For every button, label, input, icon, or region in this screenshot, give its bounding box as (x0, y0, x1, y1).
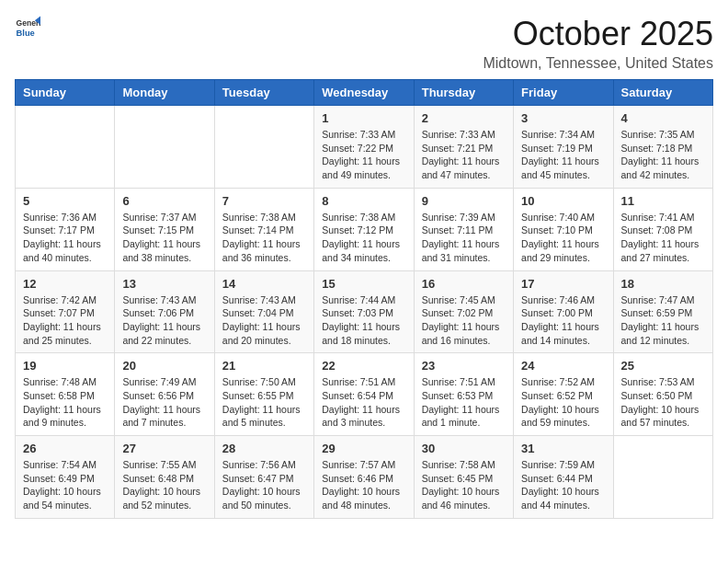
calendar-cell: 14Sunrise: 7:43 AMSunset: 7:04 PMDayligh… (214, 270, 313, 353)
day-info: Sunrise: 7:58 AMSunset: 6:45 PMDaylight:… (422, 458, 506, 512)
calendar-cell: 26Sunrise: 7:54 AMSunset: 6:49 PMDayligh… (16, 436, 115, 519)
month-title: October 2025 (483, 15, 713, 53)
calendar-cell: 16Sunrise: 7:45 AMSunset: 7:02 PMDayligh… (414, 270, 513, 353)
day-info: Sunrise: 7:48 AMSunset: 6:58 PMDaylight:… (23, 375, 107, 430)
day-info: Sunrise: 7:39 AMSunset: 7:11 PMDaylight:… (422, 211, 506, 265)
svg-text:Blue: Blue (17, 29, 35, 38)
header-friday: Friday (514, 80, 613, 106)
calendar-table: Sunday Monday Tuesday Wednesday Thursday… (15, 79, 713, 519)
day-info: Sunrise: 7:45 AMSunset: 7:02 PMDaylight:… (422, 293, 506, 348)
weekday-row: Sunday Monday Tuesday Wednesday Thursday… (16, 80, 713, 106)
calendar-cell: 18Sunrise: 7:47 AMSunset: 6:59 PMDayligh… (613, 270, 712, 353)
day-number: 20 (122, 359, 206, 373)
day-number: 2 (422, 111, 506, 125)
header-monday: Monday (115, 80, 214, 106)
day-number: 22 (322, 359, 405, 373)
day-info: Sunrise: 7:40 AMSunset: 7:10 PMDaylight:… (521, 211, 605, 265)
calendar-cell: 28Sunrise: 7:56 AMSunset: 6:47 PMDayligh… (214, 436, 313, 519)
calendar-week-1: 1Sunrise: 7:33 AMSunset: 7:22 PMDaylight… (16, 106, 713, 189)
day-info: Sunrise: 7:47 AMSunset: 6:59 PMDaylight:… (621, 293, 705, 348)
day-number: 30 (422, 442, 506, 455)
day-info: Sunrise: 7:41 AMSunset: 7:08 PMDaylight:… (621, 211, 705, 265)
calendar-cell: 10Sunrise: 7:40 AMSunset: 7:10 PMDayligh… (514, 188, 613, 270)
day-info: Sunrise: 7:53 AMSunset: 6:50 PMDaylight:… (621, 375, 705, 430)
header-saturday: Saturday (613, 80, 712, 106)
day-number: 31 (521, 442, 605, 455)
page-header: General Blue October 2025 Midtown, Tenne… (15, 15, 713, 72)
calendar-cell: 19Sunrise: 7:48 AMSunset: 6:58 PMDayligh… (16, 353, 115, 436)
day-number: 14 (222, 277, 306, 291)
calendar-week-5: 26Sunrise: 7:54 AMSunset: 6:49 PMDayligh… (16, 436, 713, 519)
day-number: 25 (621, 359, 705, 373)
day-number: 29 (322, 442, 405, 455)
location: Midtown, Tennessee, United States (483, 55, 713, 72)
calendar-cell (16, 106, 115, 189)
day-info: Sunrise: 7:34 AMSunset: 7:19 PMDaylight:… (521, 128, 605, 182)
day-info: Sunrise: 7:49 AMSunset: 6:56 PMDaylight:… (122, 375, 206, 430)
day-number: 9 (422, 194, 506, 208)
calendar-cell (115, 106, 214, 189)
day-info: Sunrise: 7:33 AMSunset: 7:21 PMDaylight:… (422, 128, 506, 182)
day-info: Sunrise: 7:56 AMSunset: 6:47 PMDaylight:… (222, 458, 306, 512)
day-number: 16 (422, 277, 506, 291)
day-info: Sunrise: 7:57 AMSunset: 6:46 PMDaylight:… (322, 458, 405, 512)
calendar-cell: 29Sunrise: 7:57 AMSunset: 6:46 PMDayligh… (314, 436, 414, 519)
title-block: October 2025 Midtown, Tennessee, United … (483, 15, 713, 72)
day-info: Sunrise: 7:50 AMSunset: 6:55 PMDaylight:… (222, 375, 306, 430)
calendar-cell: 22Sunrise: 7:51 AMSunset: 6:54 PMDayligh… (314, 353, 414, 436)
calendar-cell: 5Sunrise: 7:36 AMSunset: 7:17 PMDaylight… (16, 188, 115, 270)
calendar-header: Sunday Monday Tuesday Wednesday Thursday… (16, 80, 713, 106)
day-number: 28 (222, 442, 306, 455)
header-tuesday: Tuesday (214, 80, 313, 106)
calendar-body: 1Sunrise: 7:33 AMSunset: 7:22 PMDaylight… (16, 106, 713, 519)
day-number: 12 (23, 277, 107, 291)
calendar-cell: 31Sunrise: 7:59 AMSunset: 6:44 PMDayligh… (514, 436, 613, 519)
calendar-cell: 27Sunrise: 7:55 AMSunset: 6:48 PMDayligh… (115, 436, 214, 519)
calendar-cell: 23Sunrise: 7:51 AMSunset: 6:53 PMDayligh… (414, 353, 513, 436)
day-number: 13 (122, 277, 206, 291)
day-info: Sunrise: 7:38 AMSunset: 7:12 PMDaylight:… (322, 211, 405, 265)
calendar-cell: 15Sunrise: 7:44 AMSunset: 7:03 PMDayligh… (314, 270, 414, 353)
calendar-cell: 9Sunrise: 7:39 AMSunset: 7:11 PMDaylight… (414, 188, 513, 270)
calendar-cell: 12Sunrise: 7:42 AMSunset: 7:07 PMDayligh… (16, 270, 115, 353)
calendar-cell: 1Sunrise: 7:33 AMSunset: 7:22 PMDaylight… (314, 106, 414, 189)
calendar-cell: 4Sunrise: 7:35 AMSunset: 7:18 PMDaylight… (613, 106, 712, 189)
day-info: Sunrise: 7:54 AMSunset: 6:49 PMDaylight:… (23, 458, 107, 512)
logo: General Blue (15, 15, 40, 40)
day-number: 11 (621, 194, 705, 208)
calendar-cell: 7Sunrise: 7:38 AMSunset: 7:14 PMDaylight… (214, 188, 313, 270)
day-info: Sunrise: 7:51 AMSunset: 6:53 PMDaylight:… (422, 375, 506, 430)
day-number: 5 (23, 194, 107, 208)
calendar-week-2: 5Sunrise: 7:36 AMSunset: 7:17 PMDaylight… (16, 188, 713, 270)
day-info: Sunrise: 7:33 AMSunset: 7:22 PMDaylight:… (322, 128, 405, 182)
calendar-cell (613, 436, 712, 519)
day-number: 7 (222, 194, 306, 208)
day-info: Sunrise: 7:36 AMSunset: 7:17 PMDaylight:… (23, 211, 107, 265)
day-info: Sunrise: 7:52 AMSunset: 6:52 PMDaylight:… (521, 375, 605, 430)
day-number: 24 (521, 359, 605, 373)
header-thursday: Thursday (414, 80, 513, 106)
day-number: 26 (23, 442, 107, 455)
day-number: 1 (322, 111, 405, 125)
calendar-cell: 24Sunrise: 7:52 AMSunset: 6:52 PMDayligh… (514, 353, 613, 436)
calendar-cell: 17Sunrise: 7:46 AMSunset: 7:00 PMDayligh… (514, 270, 613, 353)
calendar-cell: 11Sunrise: 7:41 AMSunset: 7:08 PMDayligh… (613, 188, 712, 270)
day-number: 8 (322, 194, 405, 208)
day-info: Sunrise: 7:59 AMSunset: 6:44 PMDaylight:… (521, 458, 605, 512)
calendar-week-3: 12Sunrise: 7:42 AMSunset: 7:07 PMDayligh… (16, 270, 713, 353)
calendar-cell: 21Sunrise: 7:50 AMSunset: 6:55 PMDayligh… (214, 353, 313, 436)
calendar-cell: 2Sunrise: 7:33 AMSunset: 7:21 PMDaylight… (414, 106, 513, 189)
day-info: Sunrise: 7:37 AMSunset: 7:15 PMDaylight:… (122, 211, 206, 265)
day-number: 17 (521, 277, 605, 291)
header-wednesday: Wednesday (314, 80, 414, 106)
day-number: 18 (621, 277, 705, 291)
day-info: Sunrise: 7:38 AMSunset: 7:14 PMDaylight:… (222, 211, 306, 265)
header-sunday: Sunday (16, 80, 115, 106)
calendar-cell: 6Sunrise: 7:37 AMSunset: 7:15 PMDaylight… (115, 188, 214, 270)
calendar-cell (214, 106, 313, 189)
calendar-cell: 13Sunrise: 7:43 AMSunset: 7:06 PMDayligh… (115, 270, 214, 353)
day-info: Sunrise: 7:43 AMSunset: 7:04 PMDaylight:… (222, 293, 306, 348)
day-number: 23 (422, 359, 506, 373)
day-info: Sunrise: 7:42 AMSunset: 7:07 PMDaylight:… (23, 293, 107, 348)
calendar-cell: 30Sunrise: 7:58 AMSunset: 6:45 PMDayligh… (414, 436, 513, 519)
